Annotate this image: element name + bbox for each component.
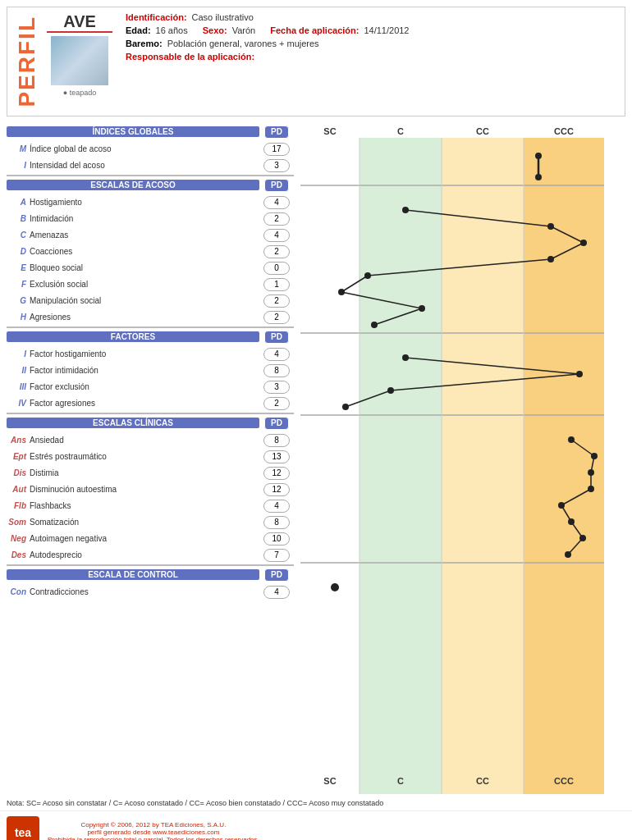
edad-value: 16 años xyxy=(156,25,188,35)
escala-control-title: ESCALA DE CONTROL xyxy=(7,569,259,580)
svg-rect-2 xyxy=(360,138,442,794)
footer-line2: perfil generado desde www.teaediciones.c… xyxy=(48,829,259,836)
responsable-label: Responsable de la aplicación: xyxy=(126,52,254,62)
escala-control-section: ESCALA DE CONTROL PD Con Contradicciones… xyxy=(7,568,294,600)
row-factor-IV: IV Factor agresiones 2 xyxy=(7,395,294,412)
row-C: C Amenazas 4 xyxy=(7,227,294,244)
svg-text:CC: CC xyxy=(476,126,489,136)
sexo-value: Varón xyxy=(232,25,256,35)
svg-text:SC: SC xyxy=(323,776,336,786)
svg-text:SC: SC xyxy=(323,126,336,136)
edad-label: Edad: xyxy=(126,25,151,35)
svg-rect-1 xyxy=(300,138,360,794)
svg-point-33 xyxy=(371,322,378,328)
escalas-clinicas-section: ESCALAS CLÍNICAS PD Ans Ansiedad 8 Ept E… xyxy=(7,416,294,564)
row-F: F Exclusión social 1 xyxy=(7,276,294,293)
row-I-global: I Intensidad del acoso 3 xyxy=(7,158,294,174)
escalas-acoso-section: ESCALAS DE ACOSO PD A Hostigamiento 4 B … xyxy=(7,178,294,326)
svg-point-55 xyxy=(565,551,571,558)
svg-point-17 xyxy=(535,153,542,159)
ave-logo: ● teapado xyxy=(63,89,96,97)
perfil-label: PERFIL xyxy=(12,12,42,111)
svg-text:C: C xyxy=(397,126,404,136)
footer-line3: Prohibida la reproducción total o parcia… xyxy=(48,836,259,840)
svg-rect-3 xyxy=(442,138,524,794)
svg-text:C: C xyxy=(397,776,404,786)
row-des: Des Autodesprecio 7 xyxy=(7,547,294,564)
row-ept: Ept Estrés postraumático 13 xyxy=(7,449,294,465)
row-M: M Índice global de acoso 17 xyxy=(7,141,294,158)
left-panel: ÍNDICES GLOBALES PD M Índice global de a… xyxy=(7,123,294,796)
factores-pd-header: PD xyxy=(264,331,289,344)
main-content: ÍNDICES GLOBALES PD M Índice global de a… xyxy=(7,123,625,796)
control-pd-header: PD xyxy=(264,568,289,582)
fecha-value: 14/11/2012 xyxy=(364,25,409,35)
profile-chart: SC C CC CCC xyxy=(300,123,612,796)
row-G: G Manipulación social 2 xyxy=(7,293,294,309)
footer: tea Copyright © 2006, 2012 by TEA Edicio… xyxy=(0,810,632,840)
svg-text:CC: CC xyxy=(476,776,489,786)
ave-block: AVE ● teapado xyxy=(47,12,112,111)
escalas-acoso-title: ESCALAS DE ACOSO xyxy=(7,180,259,190)
row-aut: Aut Disminución autoestima 12 xyxy=(7,482,294,498)
indices-globales-title: ÍNDICES GLOBALES xyxy=(7,126,259,137)
indices-globales-section: ÍNDICES GLOBALES PD M Índice global de a… xyxy=(7,125,294,174)
svg-point-40 xyxy=(342,404,349,410)
row-con: Con Contradicciones 4 xyxy=(7,584,294,600)
id-value: Caso ilustrativo xyxy=(192,12,254,22)
row-A: A Hostigamiento 4 xyxy=(7,194,294,211)
row-B: B Intimidación 2 xyxy=(7,211,294,227)
note: Nota: SC= Acoso sin constatar / C= Acoso… xyxy=(7,799,625,807)
svg-text:CCC: CCC xyxy=(554,126,574,136)
row-dis: Dis Distimia 12 xyxy=(7,465,294,482)
escalas-clinicas-title: ESCALAS CLÍNICAS xyxy=(7,418,259,428)
svg-text:CCC: CCC xyxy=(554,776,574,786)
escalas-clinicas-pd-header: PD xyxy=(264,417,289,430)
fecha-label: Fecha de aplicación: xyxy=(270,25,359,35)
right-panel: SC C CC CCC xyxy=(294,123,625,796)
row-H: H Agresiones 2 xyxy=(7,309,294,326)
row-E: E Bloqueo social 0 xyxy=(7,260,294,276)
baremo-value: Población general, varones + mujeres xyxy=(167,39,319,48)
top-header: PERFIL AVE ● teapado Identificación: Cas… xyxy=(7,7,625,116)
escalas-acoso-pd-header: PD xyxy=(264,179,289,192)
factores-section: FACTORES PD I Factor hostigamiento 4 II … xyxy=(7,330,294,412)
baremo-label: Baremo: xyxy=(126,39,163,48)
row-ans: Ans Ansiedad 8 xyxy=(7,432,294,449)
row-factor-II: II Factor intimidación 8 xyxy=(7,363,294,379)
row-factor-I: I Factor hostigamiento 4 xyxy=(7,346,294,363)
header-fields: Identificación: Caso ilustrativo Edad: 1… xyxy=(122,12,620,111)
footer-text-block: Copyright © 2006, 2012 by TEA Ediciones,… xyxy=(48,821,259,840)
ave-title: AVE xyxy=(47,12,112,33)
id-label: Identificación: xyxy=(126,12,187,22)
svg-point-56 xyxy=(331,583,339,591)
row-som: Som Somatización 8 xyxy=(7,514,294,531)
row-factor-III: III Factor exclusión 3 xyxy=(7,379,294,395)
row-flb: Flb Flashbacks 4 xyxy=(7,498,294,514)
row-neg: Neg Autoimagen negativa 10 xyxy=(7,531,294,547)
sexo-label: Sexo: xyxy=(203,25,227,35)
factores-title: FACTORES xyxy=(7,331,259,342)
svg-point-18 xyxy=(535,174,542,180)
footer-line1: Copyright © 2006, 2012 by TEA Ediciones,… xyxy=(48,821,259,829)
tea-logo: tea xyxy=(7,816,39,840)
ave-image xyxy=(51,36,108,85)
indices-pd-header: PD xyxy=(264,126,289,139)
row-D: D Coacciones 2 xyxy=(7,244,294,260)
